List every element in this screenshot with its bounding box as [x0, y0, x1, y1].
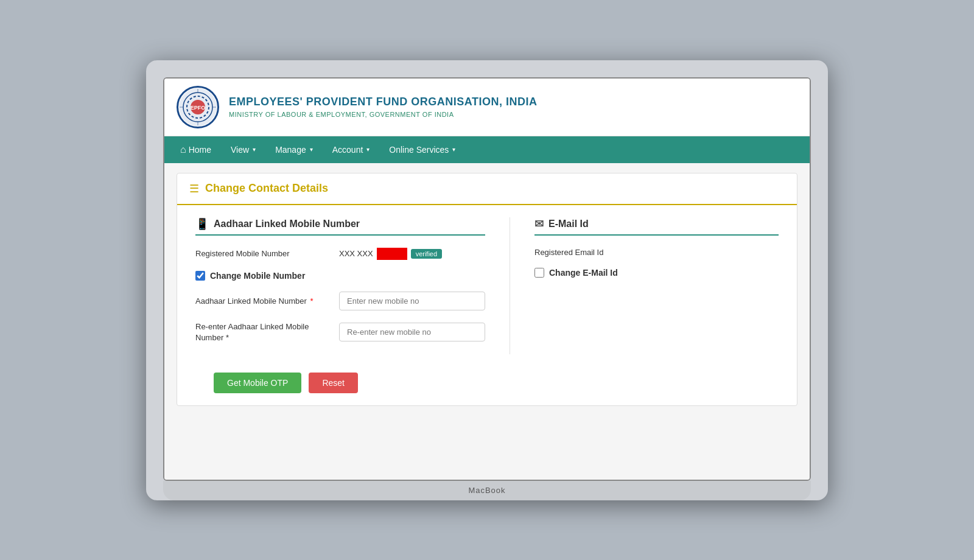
reset-button[interactable]: Reset	[309, 373, 358, 393]
registered-mobile-row: Registered Mobile Number XXX XXX verifie…	[195, 248, 485, 260]
nav-home-label: Home	[189, 145, 211, 155]
screen: EPFO EMPLOYEES' PROVIDENT FUND ORGANISAT…	[163, 77, 811, 481]
aadhaar-mobile-input-row: Aadhaar Linked Mobile Number *	[195, 292, 485, 310]
macbook-label: MacBook	[468, 486, 505, 495]
ministry-name: MINISTRY OF LABOUR & EMPLOYMENT, GOVERNM…	[229, 111, 537, 118]
nav-view[interactable]: View ▾	[221, 136, 265, 163]
nav-account[interactable]: Account ▾	[323, 136, 380, 163]
change-email-checkbox[interactable]	[534, 268, 544, 278]
email-icon: ✉	[534, 217, 544, 231]
change-email-checkbox-label[interactable]: Change E-Mail Id	[549, 268, 618, 278]
org-name: EMPLOYEES' PROVIDENT FUND ORGANISATION, …	[229, 96, 537, 108]
chevron-down-icon: ▾	[253, 146, 256, 153]
nav-view-label: View	[231, 145, 249, 155]
card-title: Change Contact Details	[205, 182, 328, 195]
change-mobile-checkbox[interactable]	[195, 271, 205, 281]
mobile-section-heading: 📱 Aadhaar Linked Mobile Number	[195, 217, 485, 236]
card-body: 📱 Aadhaar Linked Mobile Number Registere…	[177, 205, 797, 405]
page-content: ☰ Change Contact Details 📱 Aadhaar Linke…	[164, 163, 810, 480]
navbar: ⌂ Home View ▾ Manage ▾ Account ▾ Online …	[164, 136, 810, 163]
menu-icon: ☰	[189, 182, 199, 195]
reenter-mobile-input[interactable]	[339, 323, 485, 341]
header: EPFO EMPLOYEES' PROVIDENT FUND ORGANISAT…	[164, 79, 810, 136]
epfo-logo: EPFO	[177, 86, 219, 128]
chevron-down-icon: ▾	[366, 146, 370, 153]
button-row: Get Mobile OTP Reset	[195, 373, 779, 393]
reenter-mobile-label: Re-enter Aadhaar Linked Mobile Number *	[195, 321, 329, 343]
mobile-heading-text: Aadhaar Linked Mobile Number	[214, 219, 360, 229]
new-mobile-input[interactable]	[339, 292, 485, 310]
masked-mobile-digits	[377, 248, 407, 260]
card-header: ☰ Change Contact Details	[177, 173, 797, 205]
registered-mobile-value: XXX XXX verified	[339, 248, 442, 260]
registered-mobile-label: Registered Mobile Number	[195, 249, 329, 258]
get-mobile-otp-button[interactable]: Get Mobile OTP	[214, 373, 301, 393]
email-heading-text: E-Mail Id	[548, 219, 589, 229]
nav-home[interactable]: ⌂ Home	[170, 136, 221, 163]
email-section-heading: ✉ E-Mail Id	[534, 217, 779, 236]
chevron-down-icon: ▾	[310, 146, 313, 153]
required-marker: *	[310, 296, 313, 306]
change-contact-card: ☰ Change Contact Details 📱 Aadhaar Linke…	[177, 173, 797, 406]
nav-manage[interactable]: Manage ▾	[265, 136, 323, 163]
macbook-bottom: MacBook	[163, 481, 811, 500]
change-mobile-checkbox-row: Change Mobile Number	[195, 271, 485, 281]
masked-mobile-prefix: XXX XXX	[339, 249, 373, 258]
mobile-section: 📱 Aadhaar Linked Mobile Number Registere…	[195, 217, 510, 354]
change-email-checkbox-row: Change E-Mail Id	[534, 268, 779, 278]
svg-text:EPFO: EPFO	[191, 105, 206, 111]
verified-badge: verified	[411, 249, 442, 259]
home-icon: ⌂	[180, 144, 186, 155]
reenter-mobile-input-row: Re-enter Aadhaar Linked Mobile Number *	[195, 321, 485, 343]
nav-online-services[interactable]: Online Services ▾	[379, 136, 465, 163]
sections-row: 📱 Aadhaar Linked Mobile Number Registere…	[195, 217, 779, 354]
chevron-down-icon: ▾	[452, 146, 455, 153]
email-section: ✉ E-Mail Id Registered Email Id Change E…	[510, 217, 779, 354]
mobile-icon: 📱	[195, 217, 209, 231]
change-mobile-checkbox-label[interactable]: Change Mobile Number	[210, 271, 305, 281]
macbook-frame: EPFO EMPLOYEES' PROVIDENT FUND ORGANISAT…	[146, 60, 828, 500]
aadhaar-mobile-input-label: Aadhaar Linked Mobile Number *	[195, 296, 329, 306]
header-text: EMPLOYEES' PROVIDENT FUND ORGANISATION, …	[229, 96, 537, 118]
required-marker-2: *	[226, 333, 229, 342]
nav-manage-label: Manage	[275, 145, 306, 155]
nav-account-label: Account	[332, 145, 363, 155]
registered-email-row: Registered Email Id	[534, 248, 779, 257]
nav-online-services-label: Online Services	[389, 145, 449, 155]
registered-email-label: Registered Email Id	[534, 248, 668, 257]
